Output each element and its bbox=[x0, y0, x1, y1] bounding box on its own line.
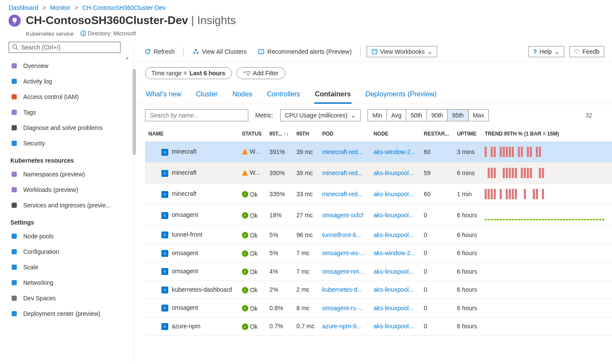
tab-what-s-new[interactable]: What's new bbox=[145, 87, 182, 104]
trend-sparkline bbox=[485, 210, 609, 220]
sidebar-item[interactable]: Node pools bbox=[9, 228, 130, 244]
table-row[interactable]: omsagent✓ Ok0.8%8 mcomsagent-rs-...aks-l… bbox=[145, 299, 612, 318]
cell-node[interactable]: aks-linuxpool... bbox=[370, 184, 420, 205]
sidebar-item[interactable]: Scale bbox=[9, 259, 130, 275]
cell-pod[interactable]: minecraft-red... bbox=[319, 184, 370, 205]
cell-p95pct: 4% bbox=[266, 262, 293, 281]
column-header[interactable]: STATUS bbox=[238, 126, 266, 142]
sidebar-item[interactable]: Workloads (preview) bbox=[9, 182, 130, 197]
seg-95th[interactable]: 95th bbox=[448, 110, 468, 121]
column-header[interactable]: 95T... ↑↓ bbox=[266, 126, 293, 142]
container-icon bbox=[161, 268, 168, 275]
breadcrumb-item[interactable]: CH-ContosoSH360Cluster-Dev bbox=[82, 4, 166, 11]
cell-node[interactable]: aks-linuxpool... bbox=[370, 281, 420, 299]
table-row[interactable]: minecraft W...391%39 mcminecraft-red...a… bbox=[145, 142, 612, 163]
breadcrumb-item[interactable]: Monitor bbox=[50, 4, 70, 11]
table-row[interactable]: azure-npm✓ Ok0.7%0.7 mcazure-npm-9...aks… bbox=[145, 317, 612, 336]
cell-node[interactable]: aks-window-2... bbox=[370, 244, 420, 262]
feedback-button[interactable]: ♡ Feedb bbox=[569, 46, 604, 57]
cell-pod[interactable]: azure-npm-9... bbox=[319, 317, 370, 336]
cell-pod[interactable]: minecraft-red... bbox=[319, 163, 370, 184]
tab-deployments-preview-[interactable]: Deployments (Preview) bbox=[365, 87, 437, 104]
svg-text:!: ! bbox=[261, 49, 262, 54]
seg-90th[interactable]: 90th bbox=[427, 110, 448, 121]
networking-icon bbox=[10, 279, 18, 287]
workloads-icon bbox=[10, 186, 18, 194]
cell-status: W... bbox=[238, 163, 266, 184]
tab-controllers[interactable]: Controllers bbox=[266, 87, 301, 104]
sidebar-item[interactable]: Dev Spaces bbox=[9, 290, 130, 306]
recommended-alerts-button[interactable]: ! Recommended alerts (Preview) bbox=[255, 46, 354, 57]
cell-pod[interactable]: omsagent-ssfcf bbox=[319, 205, 370, 226]
cell-trend bbox=[481, 244, 612, 262]
search-by-name-input[interactable] bbox=[145, 109, 248, 121]
cell-node[interactable]: aks-linuxpool... bbox=[370, 299, 420, 318]
clusters-icon bbox=[192, 48, 199, 55]
table-row[interactable]: omsagent✓ Ok4%7 mcomsagent-nm...aks-linu… bbox=[145, 262, 612, 281]
cell-name: omsagent bbox=[145, 262, 238, 281]
sidebar-item[interactable]: Services and ingresses (previe... bbox=[9, 197, 130, 213]
main-content: Refresh View All Clusters ! Recommended … bbox=[133, 42, 612, 363]
metric-select[interactable]: CPU Usage (millicores) ⌄ bbox=[280, 109, 361, 121]
table-row[interactable]: tunnel-front✓ Ok5%96 mctunnelfront-6...a… bbox=[145, 226, 612, 244]
sidebar-item[interactable]: Namespaces (preview) bbox=[9, 167, 130, 182]
cell-name: minecraft bbox=[145, 163, 238, 184]
cell-node[interactable]: aks-linuxpool... bbox=[370, 163, 420, 184]
table-row[interactable]: kubernetes-dashboard✓ Ok2%2 mckubernetes… bbox=[145, 281, 612, 299]
cell-uptime: 3 mins bbox=[454, 142, 482, 163]
sidebar-item[interactable]: Tags bbox=[9, 105, 130, 120]
cell-node[interactable]: aks-linuxpool... bbox=[370, 226, 420, 244]
tab-containers[interactable]: Containers bbox=[314, 87, 352, 104]
cell-pod[interactable]: omsagent-ws-... bbox=[319, 244, 370, 262]
column-header[interactable]: TREND 95TH % (1 BAR = 15M) bbox=[481, 126, 612, 142]
sidebar-item[interactable]: Overview bbox=[9, 58, 130, 74]
svg-rect-5 bbox=[12, 110, 17, 115]
column-header[interactable]: POD bbox=[319, 126, 370, 142]
table-row[interactable]: omsagent✓ Ok5%7 mcomsagent-ws-...aks-win… bbox=[145, 244, 612, 262]
cell-name: minecraft bbox=[145, 142, 238, 163]
column-header[interactable]: NAME bbox=[145, 126, 238, 142]
view-all-clusters-button[interactable]: View All Clusters bbox=[190, 46, 249, 57]
sidebar-item[interactable]: Deployment center (preview) bbox=[9, 306, 130, 321]
column-header[interactable]: 95TH bbox=[293, 126, 319, 142]
add-filter-button[interactable]: ⁺▽ Add Filter bbox=[236, 67, 285, 79]
table-row[interactable]: omsagent✓ Ok18%27 mcomsagent-ssfcfaks-li… bbox=[145, 205, 612, 226]
refresh-button[interactable]: Refresh bbox=[142, 46, 177, 57]
tab-cluster[interactable]: Cluster bbox=[195, 87, 219, 104]
sidebar-item[interactable]: Security bbox=[9, 136, 130, 151]
cell-pod[interactable]: tunnelfront-6... bbox=[319, 226, 370, 244]
cell-status: ✓ Ok bbox=[238, 184, 266, 205]
cell-node[interactable]: aks-linuxpool... bbox=[370, 262, 420, 281]
cell-status: ✓ Ok bbox=[238, 317, 266, 336]
tab-nodes[interactable]: Nodes bbox=[232, 87, 253, 104]
cell-pod[interactable]: omsagent-nm... bbox=[319, 262, 370, 281]
help-button[interactable]: ? Help ⌄ bbox=[529, 46, 564, 57]
warning-icon bbox=[242, 149, 248, 154]
view-workbooks-button[interactable]: View Workbooks ⌄ bbox=[367, 46, 437, 57]
cell-node[interactable]: aks-linuxpool... bbox=[370, 317, 420, 336]
time-range-pill[interactable]: Time range = Last 6 hours bbox=[145, 67, 232, 79]
cell-trend bbox=[481, 163, 612, 184]
collapse-sidebar-button[interactable]: « bbox=[126, 55, 129, 61]
sidebar-search[interactable]: Search (Ctrl+/) bbox=[9, 42, 121, 53]
cell-pod[interactable]: kubernetes-d... bbox=[319, 281, 370, 299]
table-row[interactable]: minecraft✓ Ok335%33 mcminecraft-red...ak… bbox=[145, 184, 612, 205]
cell-pod[interactable]: minecraft-red... bbox=[319, 142, 370, 163]
column-header[interactable]: UPTIME bbox=[454, 126, 482, 142]
sidebar-item[interactable]: Networking bbox=[9, 275, 130, 290]
cell-node[interactable]: aks-window-2... bbox=[370, 142, 420, 163]
cell-node[interactable]: aks-linuxpool... bbox=[370, 205, 420, 226]
seg-50th[interactable]: 50th bbox=[406, 110, 427, 121]
sidebar-item[interactable]: Configuration bbox=[9, 244, 130, 259]
sidebar-item[interactable]: Activity log bbox=[9, 74, 130, 89]
cell-pod[interactable]: omsagent-rs-... bbox=[319, 299, 370, 318]
column-header[interactable]: NODE bbox=[370, 126, 420, 142]
sidebar-item[interactable]: Diagnose and solve problems bbox=[9, 120, 130, 136]
sidebar-item[interactable]: Access control (IAM) bbox=[9, 89, 130, 105]
seg-min[interactable]: Min bbox=[368, 110, 387, 121]
breadcrumb-item[interactable]: Dashboard bbox=[9, 4, 38, 11]
table-row[interactable]: minecraft W...390%39 mcminecraft-red...a… bbox=[145, 163, 612, 184]
seg-avg[interactable]: Avg bbox=[387, 110, 406, 121]
seg-max[interactable]: Max bbox=[469, 110, 488, 121]
column-header[interactable]: RESTAR... bbox=[420, 126, 454, 142]
